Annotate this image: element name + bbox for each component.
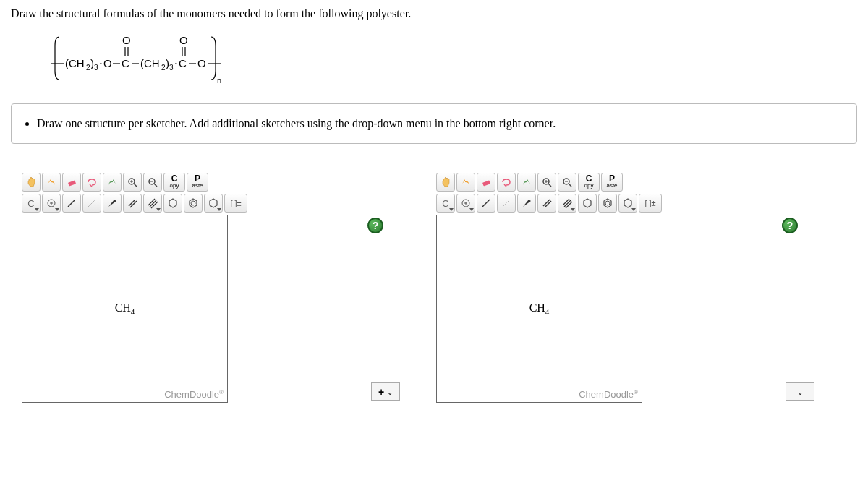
charge-tool-icon[interactable] [456, 194, 475, 213]
hand-tool-icon[interactable] [436, 173, 455, 192]
triple-bond-icon[interactable] [143, 194, 162, 213]
chemdoodle-brand: ChemDoodle® [579, 389, 638, 400]
benzene-icon[interactable] [184, 194, 203, 213]
svg-line-55 [569, 184, 571, 187]
copy-button[interactable]: Copy [163, 173, 185, 192]
zoom-in-icon[interactable] [123, 173, 142, 192]
svg-point-70 [605, 201, 610, 205]
svg-line-28 [134, 184, 137, 187]
svg-line-37 [68, 200, 75, 207]
instruction-text: Draw one structure per sketcher. Add add… [37, 117, 838, 130]
svg-line-32 [154, 184, 157, 187]
svg-text:C: C [179, 57, 187, 69]
toolbar-2-row2: C [ ]± [436, 194, 780, 213]
help-icon[interactable]: ? [782, 218, 798, 233]
sketcher-dropdown-button[interactable]: ⌄ [786, 382, 814, 401]
recessed-bond-icon[interactable] [497, 194, 516, 213]
triple-bond-icon[interactable] [558, 194, 576, 213]
svg-marker-62 [523, 200, 531, 207]
wedge-bond-icon[interactable] [517, 194, 536, 213]
svg-rect-26 [68, 180, 76, 186]
single-bond-icon[interactable] [62, 194, 81, 213]
wedge-bond-icon[interactable] [103, 194, 122, 213]
paste-button[interactable]: Paste [187, 173, 208, 192]
svg-text:O: O [179, 34, 188, 46]
single-bond-icon[interactable] [477, 194, 495, 213]
undo-icon[interactable] [456, 173, 475, 192]
cyclohexane-icon[interactable] [163, 194, 182, 213]
copy-button[interactable]: Copy [578, 173, 600, 192]
add-sketcher-button[interactable]: + ⌄ [371, 382, 400, 401]
sketchers-container: Copy Paste C [ ]± CH4 ChemDoodle® [11, 166, 857, 410]
brackets-icon[interactable]: [ ]± [224, 194, 247, 213]
element-c-button[interactable]: C [22, 194, 41, 213]
brackets-icon[interactable]: [ ]± [639, 194, 662, 213]
instruction-box: Draw one structure per sketcher. Add add… [11, 103, 857, 144]
zoom-out-icon[interactable] [143, 173, 162, 192]
cyclohexane-icon[interactable] [578, 194, 597, 213]
benzene-icon[interactable] [598, 194, 617, 213]
svg-text:•: • [175, 60, 177, 67]
toolbar-1-row1: Copy Paste [22, 173, 365, 192]
svg-text:3: 3 [94, 64, 98, 72]
svg-text:O: O [122, 34, 131, 46]
undo-icon[interactable] [42, 173, 61, 192]
ring-icon[interactable] [204, 194, 223, 213]
svg-text:3: 3 [169, 64, 174, 72]
svg-marker-48 [210, 199, 217, 207]
lasso-clear-icon[interactable] [497, 173, 516, 192]
zoom-in-icon[interactable] [537, 173, 556, 192]
element-c-button[interactable]: C [436, 194, 455, 213]
svg-line-51 [548, 184, 551, 187]
chemdoodle-brand: ChemDoodle® [164, 389, 224, 400]
redo-icon[interactable] [517, 173, 536, 192]
paste-button[interactable]: Paste [601, 173, 623, 192]
redo-icon[interactable] [103, 173, 122, 192]
polyester-formula: (CH2)3 • O C O (CH2)3 • C O O n [51, 31, 857, 85]
sketcher-canvas-2[interactable]: CH4 ChemDoodle® [436, 215, 642, 403]
sketcher-canvas-1[interactable]: CH4 ChemDoodle® [22, 215, 228, 403]
svg-text:O: O [103, 57, 112, 69]
sketcher-2: Copy Paste C [ ]± CH4 ChemDoodle® [436, 173, 780, 403]
toolbar-1-row2: C [ ]± [22, 194, 365, 213]
toolbar-2-row1: Copy Paste [436, 173, 780, 192]
lasso-clear-icon[interactable] [82, 173, 101, 192]
double-bond-icon[interactable] [123, 194, 142, 213]
double-bond-icon[interactable] [537, 194, 556, 213]
ring-icon[interactable] [618, 194, 637, 213]
svg-marker-68 [584, 199, 591, 207]
default-molecule-2: CH4 [529, 301, 550, 316]
svg-marker-71 [624, 199, 631, 207]
svg-line-60 [482, 200, 490, 207]
svg-text:(CH: (CH [140, 57, 160, 69]
svg-marker-45 [169, 199, 176, 207]
hand-tool-icon[interactable] [22, 173, 41, 192]
svg-rect-49 [482, 180, 490, 186]
charge-tool-icon[interactable] [42, 194, 61, 213]
svg-text:(CH: (CH [65, 57, 85, 69]
svg-marker-39 [109, 200, 116, 207]
zoom-out-icon[interactable] [558, 173, 576, 192]
svg-text:C: C [122, 57, 129, 69]
recessed-bond-icon[interactable] [82, 194, 101, 213]
eraser-icon[interactable] [477, 173, 495, 192]
svg-text:n: n [217, 76, 221, 85]
eraser-icon[interactable] [62, 173, 81, 192]
svg-text:•: • [100, 60, 102, 67]
svg-text:O: O [197, 57, 206, 69]
default-molecule-1: CH4 [115, 301, 135, 316]
svg-line-38 [88, 200, 95, 207]
svg-point-47 [191, 201, 195, 205]
sketcher-1: Copy Paste C [ ]± CH4 ChemDoodle® [22, 173, 365, 403]
svg-line-61 [503, 200, 510, 207]
question-prompt: Draw the structural formulas of the mono… [11, 7, 857, 20]
help-icon[interactable]: ? [367, 218, 383, 233]
